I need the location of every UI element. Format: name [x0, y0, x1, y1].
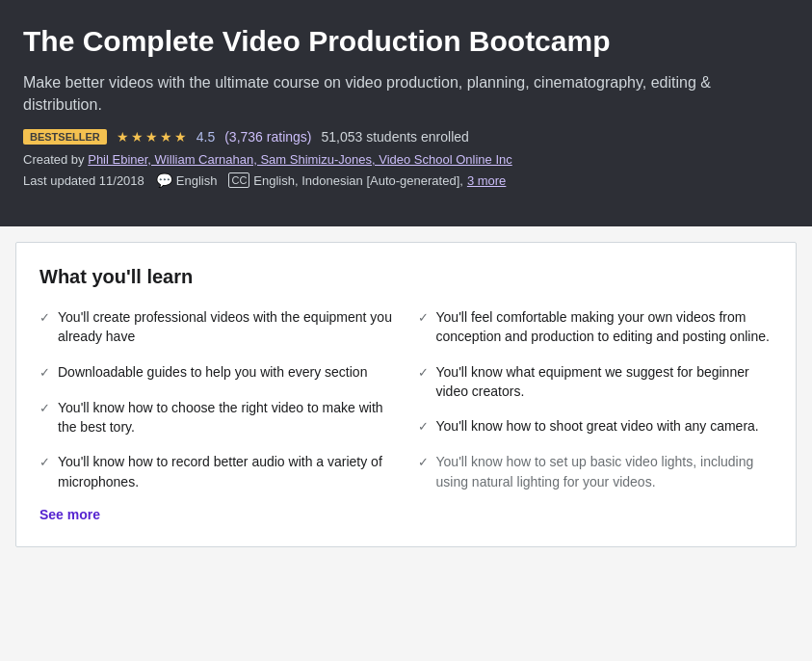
- learn-item-text-4: You'll know how to record better audio w…: [58, 452, 395, 491]
- students-enrolled: 51,053 students enrolled: [321, 129, 468, 145]
- created-by-row: Created by Phil Ebiner, William Carnahan…: [23, 152, 789, 167]
- learn-section: What you'll learn ✓ You'll create profes…: [15, 242, 797, 547]
- learn-item-8: ✓ You'll know how to set up basic video …: [418, 452, 773, 491]
- course-title: The Complete Video Production Bootcamp: [23, 23, 789, 60]
- learn-item-text-3: You'll know how to choose the right vide…: [58, 398, 395, 437]
- learn-grid: ✓ You'll create professional videos with…: [39, 307, 773, 491]
- learn-item-text-2: Downloadable guides to help you with eve…: [58, 362, 367, 382]
- learn-item-4: ✓ You'll know how to record better audio…: [39, 452, 395, 491]
- check-icon-7: ✓: [418, 418, 429, 436]
- star-5-half: ★: [174, 129, 187, 145]
- course-subtitle: Make better videos with the ultimate cou…: [23, 71, 789, 116]
- learn-title: What you'll learn: [39, 266, 773, 288]
- language-text: English: [176, 173, 218, 188]
- more-captions-link[interactable]: 3 more: [467, 173, 506, 188]
- last-updated-row: Last updated 11/2018 💬 English CC Englis…: [23, 172, 789, 188]
- check-icon-3: ✓: [39, 400, 50, 418]
- check-icon-6: ✓: [418, 364, 429, 383]
- star-rating: ★ ★ ★ ★ ★: [117, 129, 187, 145]
- check-icon-2: ✓: [39, 364, 50, 383]
- learn-item-5: ✓ You'll feel comfortable making your ow…: [418, 307, 773, 347]
- check-icon-4: ✓: [39, 454, 50, 472]
- learn-column-right: ✓ You'll feel comfortable making your ow…: [418, 307, 773, 491]
- rating-count: (3,736 ratings): [224, 129, 311, 145]
- learn-item-6: ✓ You'll know what equipment we suggest …: [418, 362, 773, 402]
- learn-item-text-5: You'll feel comfortable making your own …: [436, 307, 773, 347]
- cc-icon: CC: [228, 172, 249, 188]
- star-1: ★: [117, 129, 129, 145]
- star-2: ★: [131, 129, 144, 145]
- hero-section: The Complete Video Production Bootcamp M…: [0, 0, 812, 226]
- star-3: ★: [145, 129, 158, 145]
- see-more-link[interactable]: See more: [39, 507, 100, 522]
- last-updated-label: Last updated 11/2018: [23, 173, 144, 188]
- check-icon-5: ✓: [418, 309, 429, 328]
- speech-bubble-icon: 💬: [156, 172, 172, 188]
- created-by-label: Created by: [23, 152, 85, 167]
- captions-item: CC English, Indonesian [Auto-generated],…: [228, 172, 506, 188]
- meta-row: BESTSELLER ★ ★ ★ ★ ★ 4.5 (3,736 ratings)…: [23, 129, 789, 145]
- learn-item-text-8: You'll know how to set up basic video li…: [436, 452, 773, 491]
- learn-item-1: ✓ You'll create professional videos with…: [39, 307, 395, 347]
- check-icon-1: ✓: [39, 309, 50, 328]
- learn-item-text-1: You'll create professional videos with t…: [58, 307, 395, 347]
- rating-value: 4.5: [196, 129, 215, 145]
- captions-text: English, Indonesian [Auto-generated],: [253, 173, 463, 188]
- learn-item-2: ✓ Downloadable guides to help you with e…: [39, 362, 395, 383]
- check-icon-8: ✓: [418, 454, 429, 472]
- language-item: 💬 English: [156, 172, 218, 188]
- learn-item-text-7: You'll know how to shoot great video wit…: [436, 416, 759, 436]
- learn-item-3: ✓ You'll know how to choose the right vi…: [39, 398, 395, 437]
- learn-column-left: ✓ You'll create professional videos with…: [39, 307, 395, 491]
- creators-link[interactable]: Phil Ebiner, William Carnahan, Sam Shimi…: [88, 152, 512, 167]
- learn-item-text-6: You'll know what equipment we suggest fo…: [436, 362, 773, 402]
- learn-item-7: ✓ You'll know how to shoot great video w…: [418, 416, 773, 436]
- bestseller-badge: BESTSELLER: [23, 129, 107, 145]
- star-4: ★: [160, 129, 172, 145]
